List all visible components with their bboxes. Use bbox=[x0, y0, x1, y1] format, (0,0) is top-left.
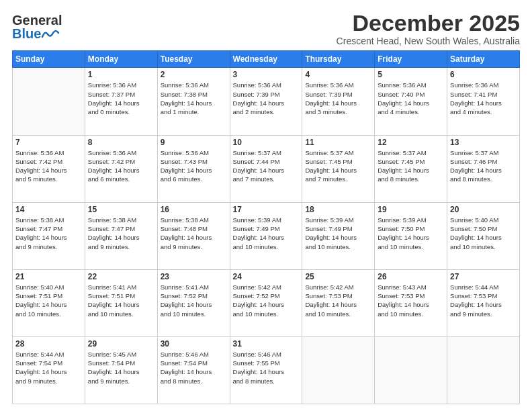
title-area: December 2025 Crescent Head, New South W… bbox=[337, 11, 520, 46]
day-number: 26 bbox=[378, 272, 444, 281]
day-number: 29 bbox=[88, 339, 154, 349]
day-number: 12 bbox=[378, 138, 444, 147]
day-number: 22 bbox=[88, 272, 154, 281]
day-info: Sunrise: 5:39 AM Sunset: 7:49 PM Dayligh… bbox=[305, 216, 371, 251]
day-info: Sunrise: 5:36 AM Sunset: 7:39 PM Dayligh… bbox=[233, 81, 300, 116]
day-info: Sunrise: 5:36 AM Sunset: 7:42 PM Dayligh… bbox=[15, 148, 82, 184]
calendar-week-0: 1Sunrise: 5:36 AM Sunset: 7:37 PM Daylig… bbox=[13, 68, 520, 135]
day-number: 27 bbox=[450, 272, 517, 281]
calendar-cell: 29Sunrise: 5:45 AM Sunset: 7:54 PM Dayli… bbox=[85, 336, 157, 404]
col-header-thursday: Thursday bbox=[302, 51, 375, 68]
calendar-cell: 5Sunrise: 5:36 AM Sunset: 7:40 PM Daylig… bbox=[375, 68, 447, 135]
col-header-tuesday: Tuesday bbox=[157, 51, 230, 68]
calendar-cell: 20Sunrise: 5:40 AM Sunset: 7:50 PM Dayli… bbox=[447, 202, 520, 269]
calendar-week-4: 28Sunrise: 5:44 AM Sunset: 7:54 PM Dayli… bbox=[13, 336, 520, 404]
day-number: 20 bbox=[450, 205, 517, 214]
calendar-cell: 15Sunrise: 5:38 AM Sunset: 7:47 PM Dayli… bbox=[85, 202, 157, 269]
day-number: 21 bbox=[15, 272, 82, 281]
calendar-cell bbox=[13, 68, 85, 135]
day-info: Sunrise: 5:36 AM Sunset: 7:43 PM Dayligh… bbox=[161, 148, 227, 184]
day-number: 7 bbox=[15, 138, 82, 147]
day-number: 10 bbox=[233, 138, 300, 147]
day-info: Sunrise: 5:39 AM Sunset: 7:50 PM Dayligh… bbox=[378, 216, 444, 251]
day-info: Sunrise: 5:44 AM Sunset: 7:54 PM Dayligh… bbox=[15, 350, 82, 385]
day-info: Sunrise: 5:40 AM Sunset: 7:51 PM Dayligh… bbox=[15, 283, 82, 318]
day-info: Sunrise: 5:38 AM Sunset: 7:47 PM Dayligh… bbox=[15, 216, 82, 251]
logo-general: General bbox=[12, 13, 62, 27]
day-number: 30 bbox=[161, 339, 227, 349]
day-number: 8 bbox=[88, 138, 154, 147]
day-info: Sunrise: 5:41 AM Sunset: 7:52 PM Dayligh… bbox=[161, 283, 227, 318]
day-number: 23 bbox=[161, 272, 227, 281]
day-info: Sunrise: 5:37 AM Sunset: 7:44 PM Dayligh… bbox=[233, 148, 300, 184]
calendar-cell: 11Sunrise: 5:37 AM Sunset: 7:45 PM Dayli… bbox=[302, 135, 375, 202]
header: General Blue December 2025 Crescent Head… bbox=[12, 11, 520, 46]
day-number: 25 bbox=[305, 272, 371, 281]
day-info: Sunrise: 5:38 AM Sunset: 7:47 PM Dayligh… bbox=[88, 216, 154, 251]
day-info: Sunrise: 5:43 AM Sunset: 7:53 PM Dayligh… bbox=[378, 283, 444, 318]
day-info: Sunrise: 5:44 AM Sunset: 7:53 PM Dayligh… bbox=[450, 283, 517, 318]
day-number: 14 bbox=[15, 205, 82, 214]
calendar-cell: 23Sunrise: 5:41 AM Sunset: 7:52 PM Dayli… bbox=[157, 269, 230, 336]
calendar-cell: 13Sunrise: 5:37 AM Sunset: 7:46 PM Dayli… bbox=[447, 135, 520, 202]
calendar-header-row: SundayMondayTuesdayWednesdayThursdayFrid… bbox=[13, 51, 520, 68]
calendar-cell: 17Sunrise: 5:39 AM Sunset: 7:49 PM Dayli… bbox=[230, 202, 302, 269]
col-header-sunday: Sunday bbox=[13, 51, 85, 68]
day-number: 11 bbox=[305, 138, 371, 147]
calendar-cell: 7Sunrise: 5:36 AM Sunset: 7:42 PM Daylig… bbox=[13, 135, 85, 202]
day-info: Sunrise: 5:36 AM Sunset: 7:38 PM Dayligh… bbox=[161, 81, 227, 116]
calendar-cell: 9Sunrise: 5:36 AM Sunset: 7:43 PM Daylig… bbox=[157, 135, 230, 202]
day-number: 19 bbox=[378, 205, 444, 214]
calendar-week-2: 14Sunrise: 5:38 AM Sunset: 7:47 PM Dayli… bbox=[13, 202, 520, 269]
calendar-cell bbox=[375, 336, 447, 404]
calendar-week-3: 21Sunrise: 5:40 AM Sunset: 7:51 PM Dayli… bbox=[13, 269, 520, 336]
day-number: 17 bbox=[233, 205, 300, 214]
calendar-cell: 21Sunrise: 5:40 AM Sunset: 7:51 PM Dayli… bbox=[13, 269, 85, 336]
calendar-cell: 27Sunrise: 5:44 AM Sunset: 7:53 PM Dayli… bbox=[447, 269, 520, 336]
calendar-cell: 24Sunrise: 5:42 AM Sunset: 7:52 PM Dayli… bbox=[230, 269, 302, 336]
day-info: Sunrise: 5:37 AM Sunset: 7:45 PM Dayligh… bbox=[305, 148, 371, 184]
calendar-cell: 26Sunrise: 5:43 AM Sunset: 7:53 PM Dayli… bbox=[375, 269, 447, 336]
day-info: Sunrise: 5:36 AM Sunset: 7:42 PM Dayligh… bbox=[88, 148, 154, 184]
day-info: Sunrise: 5:42 AM Sunset: 7:53 PM Dayligh… bbox=[305, 283, 371, 318]
day-number: 16 bbox=[161, 205, 227, 214]
calendar-cell: 8Sunrise: 5:36 AM Sunset: 7:42 PM Daylig… bbox=[85, 135, 157, 202]
calendar-cell bbox=[302, 336, 375, 404]
calendar-cell: 28Sunrise: 5:44 AM Sunset: 7:54 PM Dayli… bbox=[13, 336, 85, 404]
day-number: 4 bbox=[305, 70, 371, 79]
day-info: Sunrise: 5:41 AM Sunset: 7:51 PM Dayligh… bbox=[88, 283, 154, 318]
calendar-cell: 2Sunrise: 5:36 AM Sunset: 7:38 PM Daylig… bbox=[157, 68, 230, 135]
day-number: 3 bbox=[233, 70, 300, 79]
day-info: Sunrise: 5:38 AM Sunset: 7:48 PM Dayligh… bbox=[161, 216, 227, 251]
day-number: 13 bbox=[450, 138, 517, 147]
day-info: Sunrise: 5:36 AM Sunset: 7:39 PM Dayligh… bbox=[305, 81, 371, 116]
calendar-cell: 6Sunrise: 5:36 AM Sunset: 7:41 PM Daylig… bbox=[447, 68, 520, 135]
day-info: Sunrise: 5:37 AM Sunset: 7:46 PM Dayligh… bbox=[450, 148, 517, 184]
calendar-cell: 16Sunrise: 5:38 AM Sunset: 7:48 PM Dayli… bbox=[157, 202, 230, 269]
col-header-monday: Monday bbox=[85, 51, 157, 68]
calendar-cell: 31Sunrise: 5:46 AM Sunset: 7:55 PM Dayli… bbox=[230, 336, 302, 404]
month-title: December 2025 bbox=[337, 11, 520, 36]
col-header-friday: Friday bbox=[375, 51, 447, 68]
day-info: Sunrise: 5:37 AM Sunset: 7:45 PM Dayligh… bbox=[378, 148, 444, 184]
day-number: 5 bbox=[378, 70, 444, 79]
calendar-week-1: 7Sunrise: 5:36 AM Sunset: 7:42 PM Daylig… bbox=[13, 135, 520, 202]
day-info: Sunrise: 5:42 AM Sunset: 7:52 PM Dayligh… bbox=[233, 283, 300, 318]
calendar-cell: 14Sunrise: 5:38 AM Sunset: 7:47 PM Dayli… bbox=[13, 202, 85, 269]
calendar-cell bbox=[447, 336, 520, 404]
day-info: Sunrise: 5:45 AM Sunset: 7:54 PM Dayligh… bbox=[88, 350, 154, 385]
location: Crescent Head, New South Wales, Australi… bbox=[337, 36, 520, 46]
day-number: 9 bbox=[161, 138, 227, 147]
calendar-table: SundayMondayTuesdayWednesdayThursdayFrid… bbox=[12, 50, 520, 404]
day-number: 6 bbox=[450, 70, 517, 79]
logo: General Blue bbox=[12, 13, 62, 40]
calendar-cell: 25Sunrise: 5:42 AM Sunset: 7:53 PM Dayli… bbox=[302, 269, 375, 336]
day-info: Sunrise: 5:40 AM Sunset: 7:50 PM Dayligh… bbox=[450, 216, 517, 251]
calendar-cell: 10Sunrise: 5:37 AM Sunset: 7:44 PM Dayli… bbox=[230, 135, 302, 202]
logo-blue: Blue bbox=[12, 27, 41, 40]
calendar-cell: 12Sunrise: 5:37 AM Sunset: 7:45 PM Dayli… bbox=[375, 135, 447, 202]
col-header-wednesday: Wednesday bbox=[230, 51, 302, 68]
calendar-cell: 1Sunrise: 5:36 AM Sunset: 7:37 PM Daylig… bbox=[85, 68, 157, 135]
calendar-cell: 18Sunrise: 5:39 AM Sunset: 7:49 PM Dayli… bbox=[302, 202, 375, 269]
calendar-cell: 4Sunrise: 5:36 AM Sunset: 7:39 PM Daylig… bbox=[302, 68, 375, 135]
